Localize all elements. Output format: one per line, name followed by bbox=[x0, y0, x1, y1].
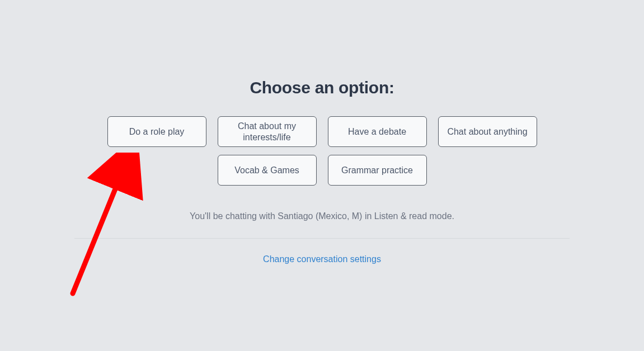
option-anything[interactable]: Chat about anything bbox=[438, 116, 537, 147]
option-vocab[interactable]: Vocab & Games bbox=[218, 155, 317, 186]
option-debate[interactable]: Have a debate bbox=[328, 116, 427, 147]
page-title: Choose an option: bbox=[250, 78, 394, 97]
chat-info-text: You'll be chatting with Santiago (Mexico… bbox=[190, 211, 454, 221]
options-row-2: Vocab & Games Grammar practice bbox=[218, 155, 427, 186]
option-selector-panel: Choose an option: Do a role play Chat ab… bbox=[0, 0, 644, 264]
option-interests[interactable]: Chat about my interests/life bbox=[218, 116, 317, 147]
horizontal-divider bbox=[74, 238, 570, 239]
change-settings-link[interactable]: Change conversation settings bbox=[263, 254, 381, 264]
option-role-play[interactable]: Do a role play bbox=[107, 116, 206, 147]
option-grammar[interactable]: Grammar practice bbox=[328, 155, 427, 186]
options-row-1: Do a role play Chat about my interests/l… bbox=[107, 116, 537, 147]
